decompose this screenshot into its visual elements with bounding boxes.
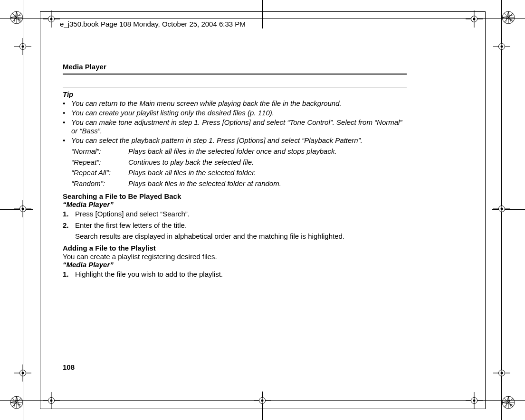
pattern-desc: Plays back files in the selected folder … xyxy=(128,179,281,188)
crosshair-icon xyxy=(254,392,271,409)
crosshair-icon xyxy=(466,392,483,409)
playback-pattern-table: “Normal”: Plays back all files in the se… xyxy=(71,147,407,188)
section-heading-playlist: Adding a File to the Playlist xyxy=(63,244,407,252)
registration-mark-icon xyxy=(10,395,24,410)
step-item: 1.Highlight the file you wish to add to … xyxy=(63,270,407,279)
tip-heading: Tip xyxy=(63,87,407,98)
tip-list: •You can return to the Main menu screen … xyxy=(63,99,407,188)
crosshair-icon xyxy=(493,200,510,217)
tip-item: •You can return to the Main menu screen … xyxy=(63,99,407,108)
crosshair-icon xyxy=(14,364,31,382)
pattern-desc: Plays back all files in the selected fol… xyxy=(128,168,256,177)
crosshair-icon xyxy=(466,10,483,28)
pattern-label: “Random”: xyxy=(71,179,128,188)
crosshair-icon xyxy=(14,38,31,55)
header-filename: e_j350.book Page 108 Monday, October 25,… xyxy=(60,20,246,28)
tip-item: •You can create your playlist listing on… xyxy=(63,109,407,118)
registration-mark-icon xyxy=(501,395,515,410)
section-heading-search: Searching a File to Be Played Back xyxy=(63,192,407,200)
pattern-row: “Repeat All”: Plays back all files in th… xyxy=(71,168,407,177)
pattern-row: “Repeat”: Continues to play back the sel… xyxy=(71,158,407,167)
pattern-desc: Continues to play back the selected file… xyxy=(128,158,254,167)
print-page: e_j350.book Page 108 Monday, October 25,… xyxy=(0,0,525,420)
pattern-label: “Normal”: xyxy=(71,147,128,156)
menu-path: “Media Player” xyxy=(63,200,407,208)
page-content: Media Player Tip •You can return to the … xyxy=(63,63,407,281)
registration-mark-icon xyxy=(10,10,24,25)
steps-list: 1.Press [Options] and select “Search”. 2… xyxy=(63,209,407,231)
crosshair-icon xyxy=(14,200,31,217)
crosshair-icon xyxy=(493,364,510,382)
tip-item: •You can select the playback pattern in … xyxy=(63,136,407,145)
running-head: Media Player xyxy=(63,63,407,75)
menu-path: “Media Player” xyxy=(63,261,407,269)
crosshair-icon xyxy=(493,38,510,55)
steps-list: 1.Highlight the file you wish to add to … xyxy=(63,270,407,279)
pattern-label: “Repeat All”: xyxy=(71,168,128,177)
step-item: 1.Press [Options] and select “Search”. xyxy=(63,209,407,219)
step-item: 2.Enter the first few letters of the tit… xyxy=(63,221,407,230)
pattern-row: “Random”: Plays back files in the select… xyxy=(71,179,407,188)
pattern-desc: Plays back all files in the selected fol… xyxy=(128,147,337,156)
crosshair-icon xyxy=(43,10,60,28)
page-number: 108 xyxy=(63,363,75,371)
pattern-row: “Normal”: Plays back all files in the se… xyxy=(71,147,407,156)
pattern-label: “Repeat”: xyxy=(71,158,128,167)
crosshair-icon xyxy=(43,392,60,409)
step-note: Search results are displayed in alphabet… xyxy=(75,232,407,240)
registration-mark-icon xyxy=(501,10,515,25)
section-intro: You can create a playlist registering de… xyxy=(63,252,407,261)
tip-item: •You can make tone adjustment in step 1.… xyxy=(63,118,407,136)
